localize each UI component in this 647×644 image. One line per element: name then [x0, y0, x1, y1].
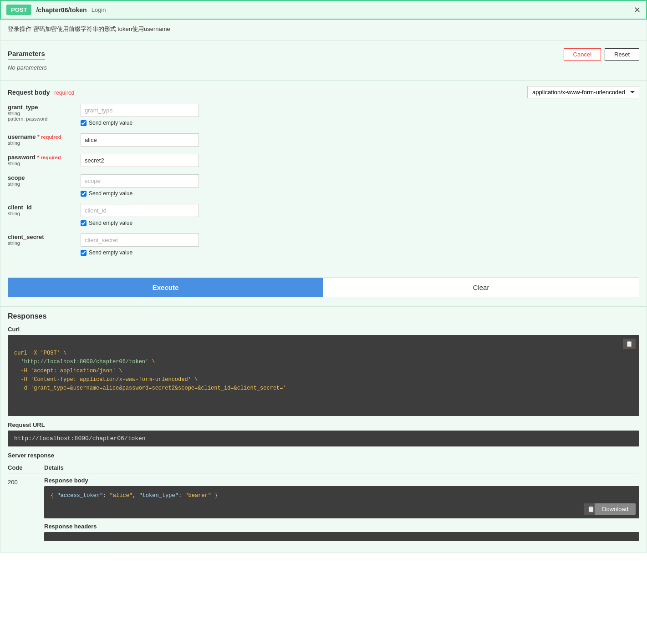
send-empty-client-id[interactable]: Send empty value [81, 220, 639, 226]
response-code-200: 200 [8, 477, 35, 486]
required-star-password: * [37, 154, 39, 161]
request-url-block: http://localhost:8000/chapter06/token [8, 431, 639, 446]
field-name-client-secret: client_secret [8, 233, 71, 240]
field-row-client-secret: client_secret string Send empty value [8, 233, 639, 256]
field-label-scope: scope string [8, 174, 71, 197]
endpoint-header: POST /chapter06/token Login ✕ [0, 0, 647, 20]
response-body-block: { "access_token": "alice", "token_type":… [44, 486, 639, 518]
field-row-client-id: client_id string Send empty value [8, 204, 639, 226]
required-text-password: required [41, 155, 61, 160]
response-row-200: 200 Response body { "access_token": "ali… [8, 477, 639, 541]
server-response-section: Server response Code Details 200 Respons… [8, 452, 639, 541]
field-type-password: string [8, 161, 71, 166]
field-name-client-id: client_id [8, 204, 71, 211]
field-row-password: password * required string [8, 154, 639, 167]
execute-section: Execute Clear [0, 269, 647, 306]
field-type-username: string [8, 140, 71, 146]
client-secret-input[interactable] [81, 233, 199, 247]
field-label-username: username * required string [8, 133, 71, 147]
send-empty-checkbox-client-secret[interactable] [81, 250, 87, 256]
request-body-title: Request body [8, 89, 50, 96]
cancel-button[interactable]: Cancel [564, 48, 601, 61]
responses-title: Responses [8, 312, 639, 320]
endpoint-left: POST /chapter06/token Login [6, 5, 106, 15]
curl-code-block: curl -X 'POST' \ 'http://localhost:8000/… [8, 335, 639, 416]
required-text-username: required [41, 134, 61, 140]
field-label-grant-type: grant_type string pattern: password [8, 104, 71, 126]
download-button[interactable]: Download [595, 503, 636, 515]
field-type-client-id: string [8, 211, 71, 216]
field-label-client-secret: client_secret string [8, 233, 71, 256]
field-row-scope: scope string Send empty value [8, 174, 639, 197]
response-body-label: Response body [44, 477, 639, 484]
no-params-text: No parameters [8, 64, 639, 71]
field-row-username: username * required string [8, 133, 639, 147]
parameters-section: Parameters Cancel Reset No parameters [0, 43, 647, 78]
section-container: 登录操作 密码加密使用前缀字符串的形式 token使用username Para… [0, 20, 647, 553]
field-input-col-client-id: Send empty value [81, 204, 639, 226]
curl-label: Curl [8, 326, 639, 333]
endpoint-summary: 登录操作 密码加密使用前缀字符串的形式 token使用username [8, 25, 170, 32]
response-details-200: Response body { "access_token": "alice",… [44, 477, 639, 541]
parameters-header: Parameters Cancel Reset [8, 48, 639, 61]
password-input[interactable] [81, 154, 199, 167]
field-name-username: username * required [8, 133, 71, 140]
execute-button[interactable]: Execute [8, 278, 323, 297]
responses-section: Responses Curl curl -X 'POST' \ 'http://… [0, 306, 647, 552]
curl-command: curl -X 'POST' \ 'http://localhost:8000/… [14, 350, 286, 391]
field-type-grant-type: string [8, 111, 71, 116]
grant-type-input[interactable] [81, 104, 199, 117]
field-name-scope: scope [8, 174, 71, 181]
send-empty-checkbox-grant-type[interactable] [81, 120, 87, 126]
send-empty-checkbox-client-id[interactable] [81, 220, 87, 226]
parameters-title: Parameters [8, 50, 45, 60]
request-url-label: Request URL [8, 421, 639, 428]
endpoint-path: /chapter06/token [36, 6, 87, 14]
request-body-header: Request body required application/x-www-… [8, 86, 639, 98]
request-url-section: Request URL http://localhost:8000/chapte… [8, 421, 639, 446]
send-empty-label-client-id-text: Send empty value [89, 220, 132, 226]
send-empty-grant-type[interactable]: Send empty value [81, 120, 639, 126]
response-headers-block [44, 532, 639, 541]
field-input-col-scope: Send empty value [81, 174, 639, 197]
details-col-header: Details [44, 464, 639, 471]
clear-button[interactable]: Clear [323, 278, 639, 297]
required-star-username: * [37, 134, 40, 140]
request-body-section: Request body required application/x-www-… [0, 82, 647, 269]
content-type-select[interactable]: application/x-www-form-urlencoded applic… [527, 86, 639, 98]
code-col-header: Code [8, 464, 35, 471]
send-empty-checkbox-scope[interactable] [81, 191, 87, 197]
send-empty-client-secret[interactable]: Send empty value [81, 249, 639, 256]
field-type-scope: string [8, 181, 71, 187]
username-input[interactable] [81, 133, 199, 147]
client-id-input[interactable] [81, 204, 199, 217]
request-body-title-group: Request body required [8, 89, 74, 96]
field-input-col-client-secret: Send empty value [81, 233, 639, 256]
field-pattern-grant-type: pattern: password [8, 116, 71, 122]
response-table-header: Code Details [8, 462, 639, 473]
response-headers-label: Response headers [44, 523, 639, 530]
field-label-password: password * required string [8, 154, 71, 167]
endpoint-description: Login [92, 6, 106, 13]
field-input-col-grant-type: Send empty value [81, 104, 639, 126]
description-bar: 登录操作 密码加密使用前缀字符串的形式 token使用username [0, 20, 647, 39]
field-label-client-id: client_id string [8, 204, 71, 226]
send-empty-label-scope-text: Send empty value [89, 190, 132, 197]
field-type-client-secret: string [8, 240, 71, 246]
send-empty-label-client-secret-text: Send empty value [89, 249, 132, 256]
curl-section: Curl curl -X 'POST' \ 'http://localhost:… [8, 326, 639, 416]
header-buttons: Cancel Reset [564, 48, 639, 61]
field-row-grant-type: grant_type string pattern: password Send… [8, 104, 639, 126]
field-name-grant-type: grant_type [8, 104, 71, 111]
field-input-col-username [81, 133, 639, 147]
field-input-col-password [81, 154, 639, 167]
send-empty-scope[interactable]: Send empty value [81, 190, 639, 197]
method-badge: POST [6, 5, 31, 15]
collapse-icon[interactable]: ✕ [634, 5, 641, 15]
field-name-password: password * required [8, 154, 71, 161]
curl-copy-button[interactable]: 📋 [623, 339, 636, 349]
send-empty-label-text: Send empty value [89, 120, 132, 126]
scope-input[interactable] [81, 174, 199, 188]
response-body-text: { "access_token": "alice", "token_type":… [51, 492, 218, 499]
reset-button[interactable]: Reset [605, 48, 639, 61]
